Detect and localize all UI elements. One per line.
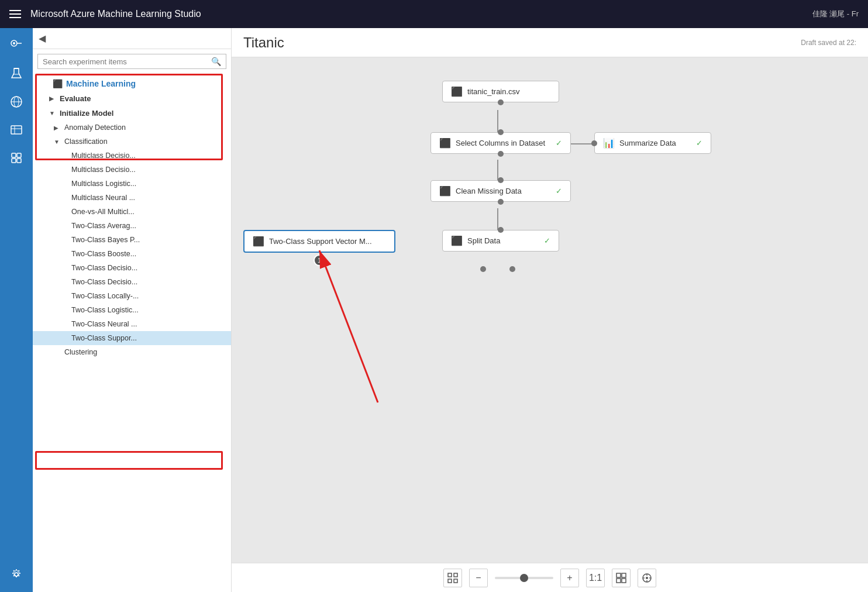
node-label: Select Columns in Dataset: [456, 139, 545, 147]
node-output-dot: [498, 199, 504, 205]
svg-rect-14: [17, 159, 21, 163]
clean-icon: ⬛: [439, 185, 451, 197]
node-select-columns[interactable]: ⬛ Select Columns in Dataset ✓: [430, 132, 571, 154]
tree-item-classification[interactable]: ▼Classification: [33, 135, 231, 149]
tree-item-label: Clustering: [64, 348, 97, 356]
tree-item-label: Multiclass Neural ...: [71, 194, 135, 202]
tree-item-two-class-neural[interactable]: Two-Class Neural ...: [33, 317, 231, 331]
check-icon: ✓: [544, 236, 550, 245]
svg-rect-11: [12, 153, 16, 157]
zoom-in-button[interactable]: +: [560, 569, 579, 587]
tree-item-label: Multiclass Logistic...: [71, 180, 136, 188]
tree-item-two-class-suppor[interactable]: Two-Class Suppor...: [33, 331, 231, 345]
node-output-dot: [498, 151, 504, 157]
tree-item-multiclass-neural[interactable]: Multiclass Neural ...: [33, 191, 231, 205]
tree-item-one-vs-all[interactable]: One-vs-All Multicl...: [33, 205, 231, 219]
icon-sidebar: [0, 28, 33, 592]
canvas-area: Titanic Draft saved at 22:: [232, 28, 868, 592]
tree-item-two-class-decisio-2[interactable]: Two-Class Decisio...: [33, 275, 231, 289]
tree-item-label: Two-Class Locally-...: [71, 292, 139, 300]
csv-icon: ⬛: [451, 86, 463, 97]
search-box: 🔍: [37, 54, 226, 69]
tree-nav: ⬛Machine Learning▶Evaluate▼Initialize Mo…: [33, 74, 231, 592]
tree-arrow: ▶: [54, 125, 61, 131]
tree-item-anomaly-detection[interactable]: ▶Anomaly Detection: [33, 121, 231, 135]
tree-item-multiclass-logistic[interactable]: Multiclass Logistic...: [33, 177, 231, 191]
draft-status: Draft saved at 22:: [801, 39, 856, 47]
svg-rect-30: [622, 579, 626, 583]
tree-item-multiclass-decision-2[interactable]: Multiclass Decisio...: [33, 163, 231, 177]
check-icon: ✓: [556, 139, 562, 147]
settings-icon[interactable]: [4, 562, 29, 587]
search-icon: 🔍: [211, 57, 221, 66]
panel-sidebar: ◀ 🔍 ⬛Machine Learning▶Evaluate▼Initializ…: [33, 28, 232, 592]
panel-header: ◀: [33, 28, 231, 49]
tree-item-label: Classification: [64, 137, 108, 146]
center-button[interactable]: [638, 569, 656, 587]
tree-item-label: Multiclass Decisio...: [71, 166, 136, 174]
canvas-content[interactable]: ⬛ titanic_train.csv ⬛ Select Columns in …: [232, 57, 868, 563]
node-titanic-csv[interactable]: ⬛ titanic_train.csv: [442, 81, 559, 102]
svg-rect-8: [11, 126, 22, 134]
dataset-icon[interactable]: [4, 117, 29, 143]
node-label: titanic_train.csv: [467, 87, 520, 96]
globe-icon[interactable]: [4, 89, 29, 115]
tree-arrow: ▶: [49, 95, 56, 102]
tree-item-two-class-booste[interactable]: Two-Class Booste...: [33, 247, 231, 261]
check-icon: ✓: [696, 139, 702, 147]
node-split-data[interactable]: ⬛ Split Data ✓: [442, 230, 559, 252]
tree-item-label: Two-Class Neural ...: [71, 320, 137, 328]
tree-item-two-class-locally[interactable]: Two-Class Locally-...: [33, 289, 231, 303]
topbar: Microsoft Azure Machine Learning Studio …: [0, 0, 868, 28]
svg-point-19: [480, 266, 486, 272]
fit-button[interactable]: [443, 569, 462, 587]
svg-line-22: [319, 250, 378, 402]
experiments-icon[interactable]: [4, 33, 29, 58]
menu-icon[interactable]: [9, 10, 21, 18]
node-input-dot: [498, 129, 504, 135]
select-icon: ⬛: [439, 137, 451, 149]
svg-rect-23: [448, 573, 452, 577]
tree-item-two-class-bayes[interactable]: Two-Class Bayes P...: [33, 233, 231, 247]
summarize-icon: 📊: [603, 137, 615, 149]
tree-item-label: Two-Class Bayes P...: [71, 236, 140, 244]
tree-item-label: Two-Class Suppor...: [71, 334, 137, 342]
ratio-button[interactable]: 1:1: [586, 569, 605, 587]
tree-arrow: ▼: [49, 110, 56, 116]
zoom-out-button[interactable]: −: [469, 569, 488, 587]
svg-rect-24: [454, 573, 457, 577]
node-two-class-svm[interactable]: ⬛ Two-Class Support Vector M... 1: [243, 230, 395, 253]
tree-item-label: Two-Class Logistic...: [71, 306, 139, 314]
node-input-dot: [498, 177, 504, 183]
tree-item-machine-learning[interactable]: ⬛Machine Learning: [33, 76, 231, 91]
search-input[interactable]: [43, 57, 211, 66]
tree-icon: ⬛: [53, 79, 63, 88]
flask-icon[interactable]: [4, 61, 29, 87]
page-title: Titanic: [243, 35, 284, 51]
node-output-dot: [498, 99, 504, 105]
tree-item-two-class-decisio-1[interactable]: Two-Class Decisio...: [33, 261, 231, 275]
tree-item-evaluate[interactable]: ▶Evaluate: [33, 91, 231, 106]
tree-item-clustering[interactable]: Clustering: [33, 345, 231, 359]
svg-point-36: [646, 577, 648, 579]
app-title: Microsoft Azure Machine Learning Studio: [30, 9, 201, 19]
grid-button[interactable]: [612, 569, 631, 587]
collapse-button[interactable]: ◀: [39, 33, 46, 44]
svg-rect-25: [448, 579, 452, 583]
tree-item-two-class-logistic[interactable]: Two-Class Logistic...: [33, 303, 231, 317]
node-summarize-data[interactable]: 📊 Summarize Data ✓: [594, 132, 711, 154]
tree-item-two-class-averag[interactable]: Two-Class Averag...: [33, 219, 231, 233]
tree-item-label: Two-Class Decisio...: [71, 278, 137, 286]
node-input-dot: [591, 140, 597, 146]
zoom-slider[interactable]: [495, 577, 553, 579]
node-label: Split Data: [467, 236, 500, 245]
node-label: Summarize Data: [619, 139, 676, 147]
node-clean-missing[interactable]: ⬛ Clean Missing Data ✓: [430, 180, 571, 202]
tree-item-initialize-model[interactable]: ▼Initialize Model: [33, 106, 231, 121]
svg-rect-13: [12, 159, 16, 163]
svg-rect-29: [616, 579, 621, 583]
models-icon[interactable]: [4, 145, 29, 171]
tree-item-multiclass-decision-1[interactable]: Multiclass Decisio...: [33, 149, 231, 163]
page-title-bar: Titanic Draft saved at 22:: [232, 28, 868, 57]
tree-item-label: Two-Class Decisio...: [71, 264, 137, 272]
